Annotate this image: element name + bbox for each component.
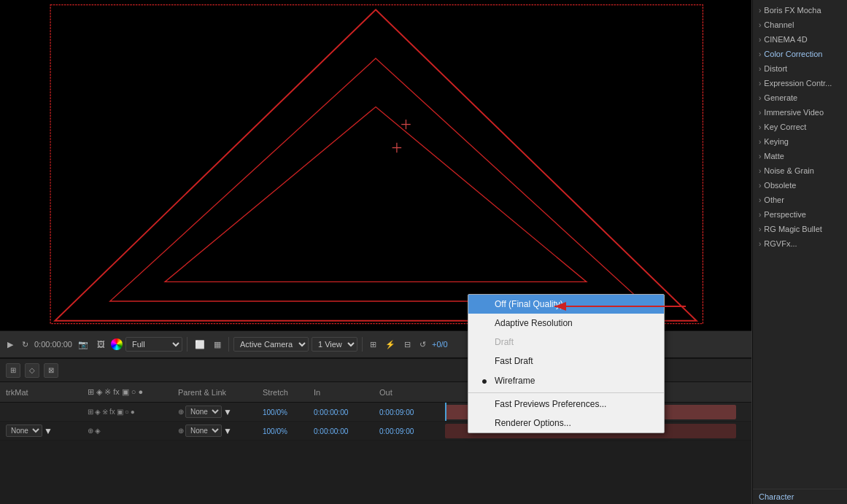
- effect-label: Keying: [764, 137, 789, 146]
- offset-display: +0/0: [432, 340, 448, 349]
- arrow-icon: ›: [759, 211, 761, 219]
- col-in: In: [314, 388, 379, 397]
- menu-item-off-final-quality[interactable]: Off (Final Quality): [468, 295, 664, 314]
- row-1-in: 0:00:00:00: [314, 407, 379, 417]
- effect-item-channel[interactable]: › Channel: [753, 18, 847, 32]
- character-tab[interactable]: Character: [753, 489, 847, 504]
- effect-label: Other: [764, 195, 784, 204]
- effect-item-cinema4d[interactable]: › CINEMA 4D: [753, 32, 847, 47]
- effect-item-perspective[interactable]: › Perspective: [753, 207, 847, 222]
- show-snapshot-button[interactable]: 🖼: [94, 338, 108, 350]
- row-1-stretch: 100/0%: [263, 407, 314, 417]
- camera-select[interactable]: Active Camera: [233, 337, 309, 352]
- arrow-icon: ›: [759, 225, 761, 233]
- row-1-icons: ⊞ ◈ ※ fx ▣ ○ ●: [88, 408, 175, 416]
- menu-label: Adaptive Resolution: [495, 318, 573, 328]
- menu-item-draft: Draft: [468, 333, 664, 352]
- main-container: ▶ ↻ 0:00:00:00 📷 🖼 Full Half Third Quart…: [0, 0, 847, 504]
- col-stretch: Stretch: [263, 388, 314, 397]
- view-select[interactable]: 1 View: [312, 337, 357, 352]
- effect-item-colorcorrection[interactable]: › Color Correction: [753, 47, 847, 61]
- row-1-parent: ⊕ None ▼: [175, 406, 263, 418]
- quality-select[interactable]: Full Half Third Quarter Custom...: [125, 337, 182, 352]
- arrow-icon: ›: [759, 94, 761, 102]
- menu-label: Wireframe: [495, 376, 535, 386]
- effect-item-keying[interactable]: › Keying: [753, 134, 847, 149]
- menu-item-adaptive-resolution[interactable]: Adaptive Resolution: [468, 314, 664, 333]
- col-trkmat: trkMat: [0, 388, 88, 397]
- arrow-icon: ›: [759, 240, 761, 248]
- effect-item-generate[interactable]: › Generate: [753, 90, 847, 105]
- effect-label: Key Correct: [764, 123, 806, 131]
- render-button[interactable]: ⚡: [382, 338, 398, 351]
- col-icons: ⊞ ◈ ※ fx ▣ ○ ●: [88, 387, 175, 397]
- arrow-icon: ›: [759, 182, 761, 190]
- effect-item-matte[interactable]: › Matte: [753, 149, 847, 163]
- arrow-icon: ›: [759, 65, 761, 73]
- menu-label: Fast Previews Preferences...: [495, 399, 606, 409]
- timeline-btn-2[interactable]: ◇: [25, 363, 39, 378]
- arrow-icon: ›: [759, 123, 761, 131]
- effect-label: RG Magic Bullet: [764, 225, 821, 233]
- menu-label: Renderer Options...: [495, 418, 571, 428]
- menu-item-renderer-options[interactable]: Renderer Options...: [468, 414, 664, 433]
- effects-list: › Boris FX Mocha › Channel › CINEMA 4D ›…: [753, 0, 847, 489]
- canvas-area: [0, 0, 751, 330]
- aero-button[interactable]: ⊟: [401, 338, 414, 351]
- row-2-out: 0:00:09:00: [379, 426, 445, 436]
- effect-label: Color Correction: [764, 50, 822, 58]
- timeline-btn-3[interactable]: ⊠: [44, 363, 58, 378]
- menu-item-fast-draft[interactable]: Fast Draft: [468, 352, 664, 371]
- effect-label: RGVFx...: [764, 239, 797, 248]
- menu-label: Fast Draft: [495, 356, 533, 366]
- timeline-btn-1[interactable]: ⊞: [6, 363, 20, 378]
- timecode-display: 0:00:00:00: [34, 340, 72, 349]
- effect-item-other[interactable]: › Other: [753, 193, 847, 207]
- loop-button[interactable]: ↻: [19, 338, 31, 351]
- row-2-parent-select[interactable]: None: [185, 424, 222, 437]
- menu-item-wireframe[interactable]: ● Wireframe: [468, 371, 664, 391]
- row-2-name: None ▼: [0, 424, 88, 437]
- menu-label: Draft: [495, 337, 514, 347]
- menu-bullet-wireframe: ●: [480, 375, 489, 387]
- row-2-icons: ⊕ ◈: [88, 427, 175, 435]
- arrow-icon: ›: [759, 138, 761, 146]
- effect-item-boris[interactable]: › Boris FX Mocha: [753, 3, 847, 18]
- region-of-interest-button[interactable]: ⬜: [192, 338, 208, 351]
- transparency-button[interactable]: ▦: [211, 338, 224, 351]
- separator-2: [228, 337, 229, 352]
- row-1-parent-select[interactable]: None: [185, 406, 222, 418]
- effect-item-rgmagic[interactable]: › RG Magic Bullet: [753, 222, 847, 236]
- effect-label: Expression Contr...: [764, 79, 832, 88]
- effect-label: Perspective: [764, 210, 805, 219]
- refresh-button[interactable]: ↺: [417, 338, 429, 351]
- svg-rect-0: [0, 0, 751, 330]
- arrow-icon: ›: [759, 21, 761, 29]
- canvas-svg: [0, 0, 751, 330]
- effect-item-immersive[interactable]: › Immersive Video: [753, 105, 847, 120]
- comp-flowchart-button[interactable]: ⊞: [367, 338, 379, 351]
- row-2-trkmat-select[interactable]: None: [6, 424, 42, 437]
- row-1-out: 0:00:09:00: [379, 407, 445, 417]
- effect-label: Matte: [764, 152, 784, 160]
- effect-label: Boris FX Mocha: [764, 6, 821, 15]
- effect-label: CINEMA 4D: [764, 35, 807, 44]
- effect-item-rgvfx[interactable]: › RGVFx...: [753, 236, 847, 251]
- effect-item-keycorrect[interactable]: › Key Correct: [753, 120, 847, 134]
- menu-separator: [468, 392, 664, 393]
- effect-item-obsolete[interactable]: › Obsolete: [753, 178, 847, 193]
- effect-label: Noise & Grain: [764, 166, 813, 175]
- color-swatch: [111, 338, 123, 350]
- effect-item-expression[interactable]: › Expression Contr...: [753, 76, 847, 90]
- snapshot-button[interactable]: 📷: [75, 338, 91, 351]
- arrow-icon: ›: [759, 196, 761, 204]
- arrow-icon: ›: [759, 36, 761, 44]
- arrow-icon: ›: [759, 50, 761, 58]
- play-button[interactable]: ▶: [4, 338, 16, 351]
- menu-label: Off (Final Quality): [495, 299, 563, 309]
- arrow-icon: ›: [759, 7, 761, 15]
- effect-item-distort[interactable]: › Distort: [753, 61, 847, 76]
- effect-item-noise[interactable]: › Noise & Grain: [753, 163, 847, 178]
- arrow-icon: ›: [759, 167, 761, 175]
- menu-item-fast-previews-prefs[interactable]: Fast Previews Preferences...: [468, 395, 664, 414]
